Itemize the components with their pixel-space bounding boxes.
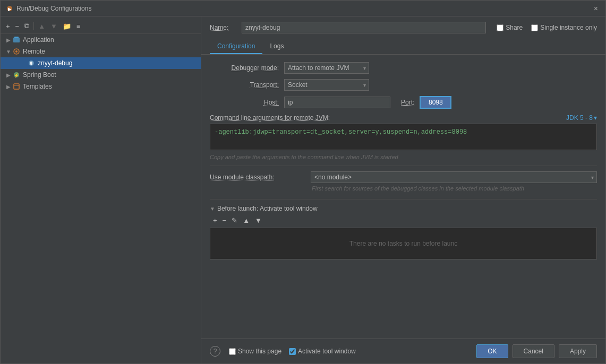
tab-configuration[interactable]: Configuration bbox=[210, 39, 262, 54]
sidebar-item-spring-boot[interactable]: ▶ ⚡ Spring Boot bbox=[1, 69, 201, 81]
jdk-link-text: JDK 5 - 8 bbox=[566, 114, 593, 122]
module-label: Use module classpath: bbox=[210, 174, 305, 181]
share-checkbox-item[interactable]: Share bbox=[497, 24, 523, 31]
host-port-row: Host: Port: bbox=[210, 96, 597, 109]
before-launch-edit-btn[interactable]: ✎ bbox=[229, 215, 240, 226]
activate-window-checkbox[interactable] bbox=[289, 348, 296, 355]
debugger-mode-select[interactable]: Attach to remote JVM Listen to remote JV… bbox=[284, 62, 369, 74]
move-up-button[interactable]: ▲ bbox=[36, 21, 47, 31]
before-launch-title: Before launch: Activate tool window bbox=[217, 205, 318, 212]
sidebar-toolbar: + − ⧉ ▲ ▼ 📁 ≡ bbox=[1, 19, 201, 34]
title-bar-left: ▶ Run/Debug Configurations bbox=[6, 5, 91, 12]
config-content: Debugger mode: Attach to remote JVM List… bbox=[201, 55, 605, 339]
sidebar-item-templates-label: Templates bbox=[23, 83, 52, 90]
before-launch-section: ▼ Before launch: Activate tool window + … bbox=[210, 199, 597, 259]
module-select-wrap: <no module> ▾ bbox=[311, 171, 597, 183]
cmdline-label: Command line arguments for remote JVM: bbox=[210, 114, 330, 122]
transport-select-wrap: Socket Shared memory ▾ bbox=[284, 79, 369, 91]
application-icon bbox=[12, 36, 21, 44]
sidebar-item-application-label: Application bbox=[23, 36, 54, 44]
sidebar: + − ⧉ ▲ ▼ 📁 ≡ ▶ Application ▼ bbox=[1, 16, 201, 363]
tabs: Configuration Logs bbox=[201, 39, 605, 55]
before-launch-arrow: ▼ bbox=[210, 206, 215, 212]
before-launch-up-btn[interactable]: ▲ bbox=[241, 215, 252, 226]
before-launch-toolbar: + − ✎ ▲ ▼ bbox=[210, 215, 597, 226]
port-input[interactable] bbox=[420, 96, 451, 109]
run-debug-configurations-window: ▶ Run/Debug Configurations × + − ⧉ ▲ ▼ 📁… bbox=[0, 0, 606, 364]
sidebar-item-spring-boot-label: Spring Boot bbox=[23, 71, 56, 79]
svg-point-5 bbox=[15, 50, 18, 53]
share-label: Share bbox=[506, 24, 523, 31]
transport-label: Transport: bbox=[210, 81, 279, 89]
window-icon: ▶ bbox=[6, 5, 13, 12]
bottom-checkboxes: Show this page Activate tool window bbox=[229, 348, 356, 355]
templates-icon bbox=[12, 82, 21, 91]
cmdline-section: Command line arguments for remote JVM: J… bbox=[210, 114, 597, 160]
remote-expand-arrow: ▼ bbox=[5, 49, 12, 55]
module-row: Use module classpath: <no module> ▾ bbox=[210, 171, 597, 183]
sidebar-item-znyyt-debug[interactable]: znyyt-debug bbox=[1, 57, 201, 69]
jdk-link-arrow: ▾ bbox=[594, 114, 597, 122]
move-down-button[interactable]: ▼ bbox=[48, 21, 59, 31]
cmdline-textarea[interactable]: -agentlib:jdwp=transport=dt_socket,serve… bbox=[210, 124, 597, 150]
sidebar-item-application[interactable]: ▶ Application bbox=[1, 34, 201, 46]
title-bar: ▶ Run/Debug Configurations × bbox=[1, 1, 605, 16]
before-launch-list: There are no tasks to run before launc bbox=[210, 228, 597, 259]
window-title: Run/Debug Configurations bbox=[16, 5, 91, 12]
sort-button[interactable]: ≡ bbox=[74, 21, 83, 31]
help-button[interactable]: ? bbox=[210, 346, 220, 357]
cmdline-hint: Copy and paste the arguments to the comm… bbox=[210, 154, 597, 160]
debugger-mode-row: Debugger mode: Attach to remote JVM List… bbox=[210, 62, 597, 74]
remove-config-button[interactable]: − bbox=[13, 21, 22, 31]
add-config-button[interactable]: + bbox=[4, 21, 12, 31]
sidebar-item-remote-parent[interactable]: ▼ Remote bbox=[1, 46, 201, 57]
svg-rect-10 bbox=[14, 84, 19, 89]
before-launch-add-btn[interactable]: + bbox=[211, 215, 219, 226]
host-label: Host: bbox=[210, 99, 279, 106]
module-hint: First search for sources of the debugged… bbox=[312, 185, 597, 192]
debugger-mode-label: Debugger mode: bbox=[210, 64, 279, 72]
toolbar-separator bbox=[33, 22, 34, 30]
debug-config-icon bbox=[27, 59, 36, 67]
before-launch-down-btn[interactable]: ▼ bbox=[253, 215, 264, 226]
before-launch-remove-btn[interactable]: − bbox=[220, 215, 229, 226]
bottom-bar: ? Show this page Activate tool window OK bbox=[201, 339, 605, 363]
share-row: Share Single instance only bbox=[497, 24, 597, 31]
ok-button[interactable]: OK bbox=[476, 344, 508, 358]
name-row: Name: Share Single instance only bbox=[201, 16, 605, 39]
jdk-link[interactable]: JDK 5 - 8 ▾ bbox=[566, 114, 597, 122]
close-button[interactable]: × bbox=[592, 4, 600, 13]
svg-rect-2 bbox=[13, 38, 20, 42]
main-content: + − ⧉ ▲ ▼ 📁 ≡ ▶ Application ▼ bbox=[1, 16, 605, 363]
cancel-button[interactable]: Cancel bbox=[513, 344, 554, 358]
debugger-mode-select-wrap: Attach to remote JVM Listen to remote JV… bbox=[284, 62, 369, 74]
single-instance-label: Single instance only bbox=[540, 24, 597, 31]
remote-icon bbox=[12, 47, 21, 56]
apply-button[interactable]: Apply bbox=[559, 344, 597, 358]
name-label: Name: bbox=[210, 24, 236, 31]
svg-text:⚡: ⚡ bbox=[14, 73, 19, 78]
sidebar-item-templates[interactable]: ▶ Templates bbox=[1, 81, 201, 92]
spring-expand-arrow: ▶ bbox=[5, 72, 12, 78]
single-instance-checkbox-item[interactable]: Single instance only bbox=[531, 24, 597, 31]
spring-boot-icon: ⚡ bbox=[12, 71, 21, 79]
before-launch-empty-text: There are no tasks to run before launc bbox=[349, 240, 457, 247]
folder-button[interactable]: 📁 bbox=[61, 21, 73, 31]
svg-rect-3 bbox=[14, 37, 19, 38]
before-launch-header: ▼ Before launch: Activate tool window bbox=[210, 205, 597, 212]
copy-config-button[interactable]: ⧉ bbox=[22, 21, 31, 31]
tab-logs[interactable]: Logs bbox=[262, 39, 291, 54]
host-input[interactable] bbox=[284, 97, 390, 108]
svg-text:▶: ▶ bbox=[8, 7, 12, 12]
single-instance-checkbox[interactable] bbox=[531, 24, 538, 31]
activate-window-checkbox-item[interactable]: Activate tool window bbox=[289, 348, 356, 355]
sidebar-item-znyyt-debug-label: znyyt-debug bbox=[38, 59, 72, 67]
name-input[interactable] bbox=[242, 22, 486, 33]
right-panel: Name: Share Single instance only Configu… bbox=[201, 16, 605, 363]
module-select[interactable]: <no module> bbox=[311, 171, 597, 183]
show-page-checkbox-item[interactable]: Show this page bbox=[229, 348, 281, 355]
show-page-checkbox[interactable] bbox=[229, 348, 236, 355]
transport-select[interactable]: Socket Shared memory bbox=[284, 79, 369, 91]
share-checkbox[interactable] bbox=[497, 24, 503, 31]
templates-expand-arrow: ▶ bbox=[5, 84, 12, 90]
